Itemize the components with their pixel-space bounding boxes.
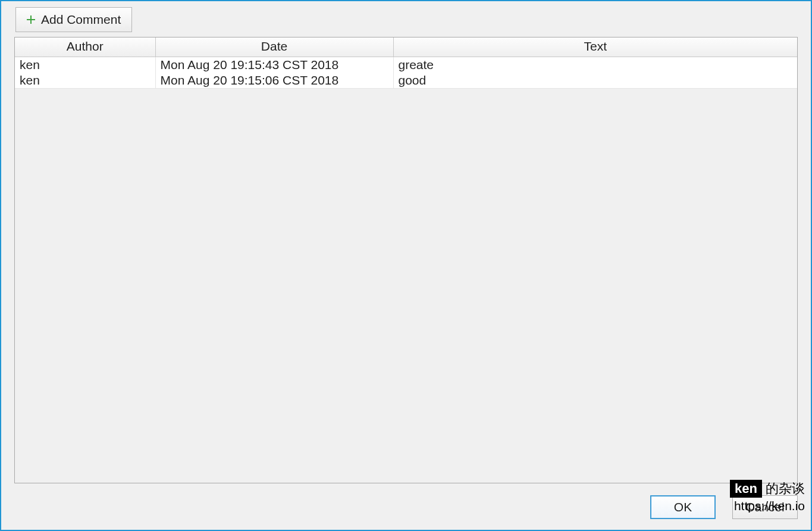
cell-date: Mon Aug 20 19:15:43 CST 2018 (155, 57, 393, 73)
ok-button[interactable]: OK (650, 495, 716, 519)
cell-text: good (393, 73, 797, 89)
add-comment-button[interactable]: Add Comment (15, 7, 132, 32)
plus-icon (26, 14, 36, 25)
toolbar: Add Comment (14, 6, 798, 37)
column-header-author[interactable]: Author (15, 38, 155, 57)
svg-rect-1 (27, 19, 35, 20)
cancel-button[interactable]: Cancel (732, 495, 798, 519)
column-header-text[interactable]: Text (393, 38, 797, 57)
dialog-button-bar: OK Cancel (650, 495, 798, 519)
cell-date: Mon Aug 20 19:15:06 CST 2018 (155, 73, 393, 89)
comments-table-container: Author Date Text ken Mon Aug 20 19:15:43… (14, 37, 798, 483)
table-row[interactable]: ken Mon Aug 20 19:15:06 CST 2018 good (15, 73, 797, 89)
add-comment-label: Add Comment (41, 13, 121, 27)
comments-table: Author Date Text ken Mon Aug 20 19:15:43… (15, 38, 797, 89)
column-header-date[interactable]: Date (155, 38, 393, 57)
cell-author: ken (15, 57, 155, 73)
dialog-content: Add Comment Author Date Text ken Mon Aug… (1, 1, 811, 483)
cell-text: greate (393, 57, 797, 73)
cell-author: ken (15, 73, 155, 89)
table-header-row: Author Date Text (15, 38, 797, 57)
table-row[interactable]: ken Mon Aug 20 19:15:43 CST 2018 greate (15, 57, 797, 73)
